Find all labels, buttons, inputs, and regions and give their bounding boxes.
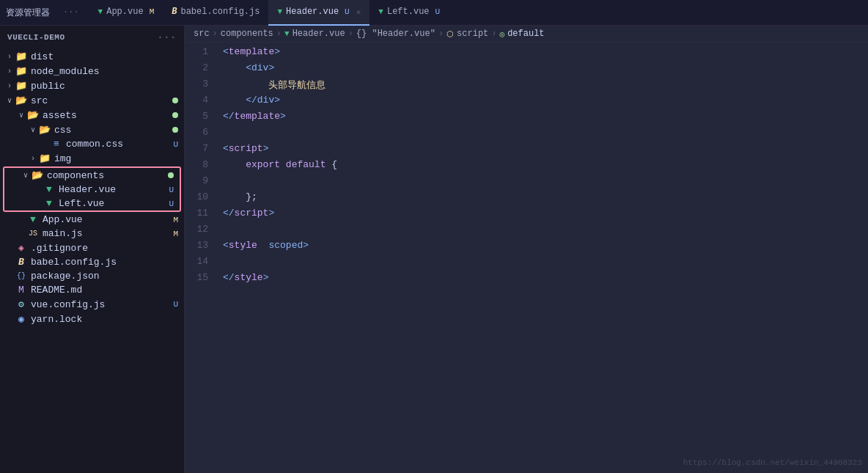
line-number: 11 <box>185 208 220 219</box>
tab-app-vue[interactable]: ▼App.vueM <box>89 0 163 26</box>
line-number: 5 <box>185 111 220 122</box>
tree-item-main-js[interactable]: JSmain.jsM <box>0 227 184 241</box>
folder-icon: 📁 <box>15 80 28 92</box>
breadcrumb-default-icon: ◎ <box>500 29 505 39</box>
tab-label: babel.config.js <box>180 7 260 17</box>
explorer-menu[interactable]: ··· <box>59 7 84 18</box>
line-number: 10 <box>185 191 220 202</box>
line-content: </template> <box>220 111 868 122</box>
tree-item-img[interactable]: ›📁img <box>0 151 184 166</box>
tree-item-common-css[interactable]: ≡common.cssU <box>0 137 184 151</box>
file-type-icon: B <box>15 257 28 268</box>
breadcrumb-src[interactable]: src <box>194 29 210 39</box>
line-content: 头部导航信息 <box>220 78 868 92</box>
tree-item-left-vue[interactable]: ▼Left.vueU <box>4 197 180 210</box>
line-number: 6 <box>185 127 220 138</box>
tree-item-assets[interactable]: ∨📂assets <box>0 108 184 122</box>
breadcrumb-components[interactable]: components <box>221 29 273 39</box>
file-name: vue.config.js <box>31 299 173 310</box>
folder-icon: 📂 <box>38 124 51 136</box>
sidebar: VUECLI-DEMO ··· ›📁dist›📁node_modules›📁pu… <box>0 26 185 473</box>
tab-left-vue[interactable]: ▼Left.vueU <box>369 0 449 26</box>
line-content: </div> <box>220 95 868 106</box>
vue-icon: ▼ <box>98 7 103 16</box>
tab-header-vue[interactable]: ▼Header.vueU✕ <box>268 0 369 26</box>
file-type-icon: ≡ <box>50 139 63 150</box>
folder-icon: 📂 <box>31 169 44 181</box>
tree-item-public[interactable]: ›📁public <box>0 78 184 93</box>
folder-icon: 📁 <box>15 51 28 62</box>
line-content: <style scoped> <box>220 240 868 251</box>
code-line-8: 8 export default { <box>185 158 868 175</box>
badge-untracked: U <box>435 7 441 16</box>
tree-item-src[interactable]: ∨📂src <box>0 93 184 108</box>
line-content: }; <box>220 191 868 202</box>
modified-dot <box>172 112 178 118</box>
babel-icon: B <box>172 7 177 17</box>
explorer-title: 资源管理器 <box>6 7 56 19</box>
tree-item-header-vue[interactable]: ▼Header.vueU <box>4 183 180 197</box>
badge-untracked: U <box>345 7 350 16</box>
badge-u: U <box>169 199 174 208</box>
tab-babel-config[interactable]: Bbabel.config.js <box>163 0 268 26</box>
folder-arrow-icon: ∨ <box>16 111 26 120</box>
breadcrumb-braces[interactable]: {} "Header.vue" <box>356 29 435 39</box>
line-number: 15 <box>185 272 220 283</box>
tree-item-yarn-lock[interactable]: ◉yarn.lock <box>0 312 184 326</box>
tree-item-components[interactable]: ∨📂components <box>4 168 180 183</box>
breadcrumb-header-vue[interactable]: Header.vue <box>293 29 345 39</box>
code-line-14: 14 <box>185 255 868 271</box>
file-name: assets <box>43 110 172 121</box>
file-name: yarn.lock <box>31 314 184 325</box>
file-name: main.js <box>43 228 173 239</box>
tree-item-css[interactable]: ∨📂css <box>0 122 184 137</box>
line-content: </style> <box>220 272 868 283</box>
folder-arrow-icon: ∨ <box>4 96 15 105</box>
file-name: package.json <box>31 271 184 282</box>
sidebar-menu-icon[interactable]: ··· <box>157 32 177 43</box>
line-number: 1 <box>185 46 220 57</box>
code-editor[interactable]: 1<template>2 <div>3 头部导航信息4 </div>5</tem… <box>185 43 868 473</box>
folder-arrow-icon: › <box>4 82 15 90</box>
file-name: public <box>31 81 184 92</box>
editor-area: src › components › ▼ Header.vue › {} "He… <box>185 26 868 473</box>
file-name: components <box>47 170 168 181</box>
tree-item-gitignore[interactable]: ◈.gitignore <box>0 241 184 255</box>
title-bar: 资源管理器 ··· ▼App.vueMBbabel.config.js▼Head… <box>0 0 868 26</box>
line-content <box>220 224 868 235</box>
line-content: </script> <box>220 208 868 219</box>
file-name: README.md <box>31 285 184 296</box>
line-content <box>220 175 868 186</box>
file-name: Header.vue <box>59 184 169 195</box>
badge-m: M <box>173 230 178 238</box>
code-line-3: 3 头部导航信息 <box>185 78 868 94</box>
tree-item-app-vue[interactable]: ▼App.vueM <box>0 213 184 227</box>
line-number: 12 <box>185 224 220 235</box>
tree-item-readme[interactable]: MREADME.md <box>0 283 184 297</box>
tree-item-babel-config[interactable]: Bbabel.config.js <box>0 255 184 269</box>
breadcrumb-script[interactable]: script <box>457 29 488 39</box>
modified-dot <box>168 172 174 178</box>
line-number: 8 <box>185 159 220 170</box>
vue-icon: ▼ <box>378 7 383 16</box>
tree-item-package-json[interactable]: {}package.json <box>0 269 184 283</box>
folder-icon: 📁 <box>15 65 28 77</box>
badge-modified: M <box>150 7 155 16</box>
file-type-icon: ◈ <box>15 242 28 254</box>
modified-dot <box>172 127 178 133</box>
code-line-6: 6 <box>185 126 868 142</box>
tree-item-vue-config[interactable]: ⚙vue.config.jsU <box>0 297 184 312</box>
code-line-13: 13<style scoped> <box>185 239 868 255</box>
line-content: <div> <box>220 62 868 73</box>
editor-lines: 1<template>2 <div>3 头部导航信息4 </div>5</tem… <box>185 43 868 290</box>
line-number: 2 <box>185 62 220 73</box>
tree-item-node_modules[interactable]: ›📁node_modules <box>0 64 184 78</box>
folder-icon: 📁 <box>38 153 51 164</box>
tab-close-btn[interactable]: ✕ <box>356 7 361 17</box>
badge-m: M <box>173 216 178 224</box>
file-name: dist <box>31 51 184 62</box>
tree-item-dist[interactable]: ›📁dist <box>0 49 184 64</box>
line-number: 14 <box>185 256 220 267</box>
file-name: Left.vue <box>59 198 169 209</box>
file-name: node_modules <box>31 66 184 77</box>
